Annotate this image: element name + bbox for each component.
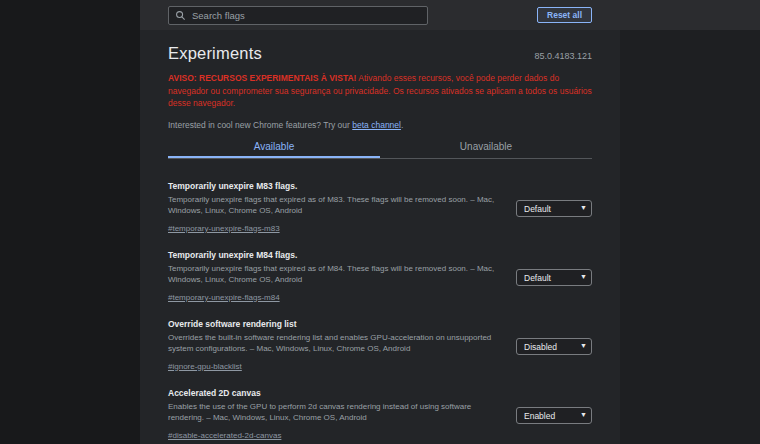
content-column: Experiments 85.0.4183.121 AVISO: RECURSO… (140, 30, 620, 444)
flag-select[interactable]: Default (516, 269, 592, 286)
flag-title: Temporarily unexpire M84 flags. (168, 250, 498, 260)
tab-unavailable[interactable]: Unavailable (380, 137, 592, 158)
flag-info: Override software rendering list Overrid… (168, 319, 498, 373)
header-inner: Reset all (140, 0, 620, 30)
warning-banner: AVISO: RECURSOS EXPERIMENTAIS À VISTA! A… (168, 72, 592, 110)
flag-info: Accelerated 2D canvas Enables the use of… (168, 388, 498, 442)
flag-title: Temporarily unexpire M83 flags. (168, 181, 498, 191)
flag-select-wrap: Disabled ▼ (516, 336, 592, 356)
flag-select-wrap: Default ▼ (516, 267, 592, 287)
flag-row: Override software rendering list Overrid… (168, 319, 592, 373)
search-box (168, 6, 428, 25)
warning-emphasis: AVISO: RECURSOS EXPERIMENTAIS À VISTA! (168, 73, 356, 83)
flag-info: Temporarily unexpire M84 flags. Temporar… (168, 250, 498, 304)
flag-title: Override software rendering list (168, 319, 498, 329)
flag-row: Temporarily unexpire M84 flags. Temporar… (168, 250, 592, 304)
flag-row: Accelerated 2D canvas Enables the use of… (168, 388, 592, 442)
reset-all-button[interactable]: Reset all (537, 7, 592, 23)
flag-select[interactable]: Enabled (516, 407, 592, 424)
flag-title: Accelerated 2D canvas (168, 388, 498, 398)
search-input[interactable] (192, 10, 421, 21)
flags-header: Reset all (140, 0, 760, 30)
flag-permalink[interactable]: #ignore-gpu-blacklist (168, 362, 242, 371)
page-title: Experiments (168, 44, 262, 63)
search-icon (175, 10, 186, 21)
flag-select-wrap: Default ▼ (516, 198, 592, 218)
flag-description: Temporarily unexpire flags that expired … (168, 263, 498, 286)
version-label: 85.0.4183.121 (534, 51, 592, 61)
beta-channel-link[interactable]: beta channel (352, 120, 401, 130)
promo-suffix: . (401, 120, 403, 130)
tab-strip: Available Unavailable (168, 137, 592, 159)
flag-list: Temporarily unexpire M83 flags. Temporar… (168, 181, 592, 442)
flag-description: Overrides the built-in software renderin… (168, 332, 498, 355)
flag-info: Temporarily unexpire M83 flags. Temporar… (168, 181, 498, 235)
tab-available[interactable]: Available (168, 137, 380, 158)
main-area: Experiments 85.0.4183.121 AVISO: RECURSO… (140, 30, 760, 444)
flag-row: Temporarily unexpire M83 flags. Temporar… (168, 181, 592, 235)
flag-select-wrap: Enabled ▼ (516, 405, 592, 425)
flag-select[interactable]: Default (516, 200, 592, 217)
flag-permalink[interactable]: #temporary-unexpire-flags-m83 (168, 224, 280, 233)
flag-description: Temporarily unexpire flags that expired … (168, 194, 498, 217)
flag-description: Enables the use of the GPU to perform 2d… (168, 401, 498, 424)
promo-prefix: Interested in cool new Chrome features? … (168, 120, 352, 130)
left-gutter (0, 0, 140, 444)
flag-permalink[interactable]: #temporary-unexpire-flags-m84 (168, 293, 280, 302)
flag-select[interactable]: Disabled (516, 338, 592, 355)
title-row: Experiments 85.0.4183.121 (168, 44, 592, 63)
promo-text: Interested in cool new Chrome features? … (168, 120, 592, 130)
flag-permalink[interactable]: #disable-accelerated-2d-canvas (168, 431, 281, 440)
